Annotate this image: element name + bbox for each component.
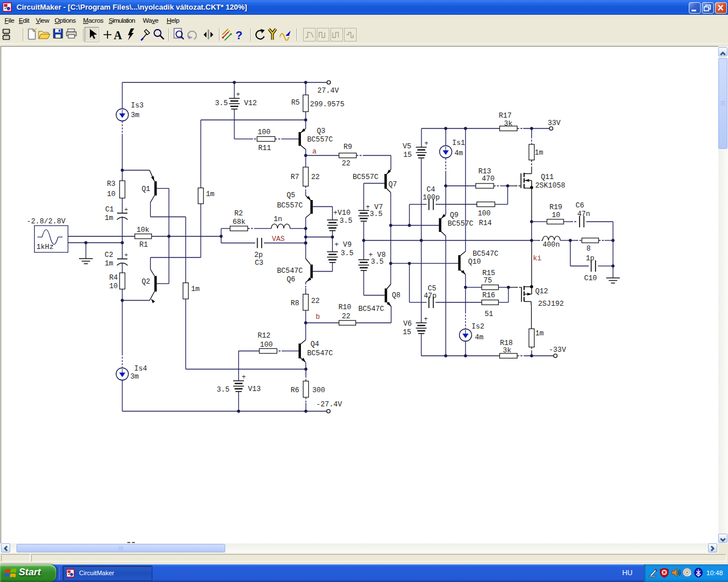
svg-text:100: 100 (260, 341, 273, 349)
svg-text:VAS: VAS (272, 235, 285, 243)
svg-text:22: 22 (311, 297, 320, 305)
svg-text:ki: ki (533, 255, 541, 263)
svg-text:1m: 1m (105, 260, 113, 268)
svg-text:470: 470 (482, 175, 495, 183)
svg-text:1p: 1p (586, 255, 594, 263)
svg-text:R12: R12 (258, 332, 271, 340)
svg-text:2SK1058: 2SK1058 (535, 182, 565, 190)
svg-text:-2.8/2.8V: -2.8/2.8V (27, 218, 65, 226)
svg-text:1m: 1m (105, 214, 113, 222)
svg-text:Is1: Is1 (452, 139, 465, 147)
svg-text:100p: 100p (423, 194, 440, 202)
svg-text:+V10: +V10 (333, 209, 350, 217)
svg-text:1n: 1n (274, 215, 282, 223)
svg-text:R19: R19 (549, 203, 562, 211)
svg-text:BC547C: BC547C (277, 267, 303, 275)
svg-text:2p: 2p (254, 251, 263, 259)
svg-text:3.5: 3.5 (217, 386, 230, 394)
svg-text:Q1: Q1 (142, 185, 150, 193)
svg-text:V13: V13 (248, 385, 261, 393)
svg-text:3.5: 3.5 (340, 217, 353, 225)
svg-text:3m: 3m (130, 373, 139, 381)
svg-text:BC557C: BC557C (277, 202, 303, 210)
svg-text:47n: 47n (577, 210, 590, 218)
svg-text:15: 15 (403, 151, 412, 159)
svg-text:C5: C5 (428, 285, 436, 293)
svg-text:+: + (424, 140, 428, 148)
svg-text:+: + (424, 315, 428, 323)
svg-text:299.9575: 299.9575 (310, 101, 344, 109)
svg-text:R14: R14 (479, 219, 492, 227)
svg-text:C2: C2 (105, 251, 113, 259)
svg-text:Q8: Q8 (392, 292, 400, 300)
svg-text:75: 75 (483, 277, 492, 285)
svg-text:Is3: Is3 (131, 102, 144, 110)
svg-text:Q4: Q4 (311, 340, 319, 348)
svg-text:27.4V: 27.4V (317, 87, 339, 95)
svg-text:4m: 4m (475, 334, 483, 342)
svg-text:15: 15 (403, 329, 411, 336)
svg-text:R11: R11 (258, 144, 271, 152)
svg-text:BC557C: BC557C (448, 220, 474, 228)
svg-text:BC547C: BC547C (307, 350, 333, 357)
svg-text:R1: R1 (139, 241, 148, 249)
svg-text:2SJ192: 2SJ192 (538, 300, 564, 308)
svg-text:V12: V12 (244, 99, 257, 107)
svg-text:1m: 1m (191, 285, 200, 293)
svg-text:BC547C: BC547C (473, 250, 499, 258)
svg-text:3.5: 3.5 (371, 258, 384, 266)
svg-text:BC547C: BC547C (358, 305, 384, 313)
svg-text:51: 51 (485, 310, 493, 318)
svg-text:R7: R7 (291, 173, 299, 181)
svg-text:C10: C10 (584, 275, 597, 282)
svg-text:3k: 3k (503, 347, 511, 355)
svg-text:400n: 400n (543, 241, 560, 249)
svg-text:Q12: Q12 (535, 288, 548, 296)
svg-text:33V: 33V (548, 119, 561, 127)
svg-text:Is2: Is2 (471, 323, 485, 331)
svg-text:100: 100 (478, 210, 491, 218)
svg-text:-27.4V: -27.4V (316, 401, 342, 409)
svg-text:R9: R9 (344, 143, 352, 151)
svg-text:Q5: Q5 (287, 192, 295, 199)
svg-text:4m: 4m (454, 149, 463, 157)
svg-text:22: 22 (342, 313, 350, 321)
svg-text:22: 22 (342, 160, 350, 168)
svg-text:3m: 3m (131, 111, 139, 119)
svg-text:+: + (125, 206, 129, 213)
svg-text:R10: R10 (338, 304, 351, 311)
svg-text:C4: C4 (427, 186, 435, 194)
svg-text:10: 10 (552, 211, 560, 219)
svg-text:Q2: Q2 (142, 278, 150, 286)
svg-text:-33V: -33V (549, 346, 566, 354)
svg-text:R17: R17 (499, 112, 512, 120)
svg-text:R4: R4 (109, 274, 118, 282)
svg-text:47p: 47p (424, 292, 437, 300)
svg-text:C3: C3 (255, 259, 263, 267)
svg-text:10: 10 (109, 282, 118, 290)
svg-text:a: a (312, 148, 317, 156)
svg-text:1m: 1m (206, 190, 214, 198)
svg-text:3.5: 3.5 (215, 99, 228, 107)
svg-text:R6: R6 (291, 386, 299, 394)
svg-text:R8: R8 (291, 300, 299, 307)
svg-text:100: 100 (258, 128, 271, 136)
svg-text:1kHz: 1kHz (36, 243, 53, 251)
svg-text:R3: R3 (107, 180, 115, 188)
svg-text:1m: 1m (535, 149, 543, 157)
svg-text:R5: R5 (291, 99, 300, 107)
svg-text:R16: R16 (482, 292, 495, 300)
svg-text:Q10: Q10 (468, 258, 481, 266)
svg-text:V6: V6 (403, 320, 412, 328)
svg-text:22: 22 (311, 173, 320, 181)
svg-text:68k: 68k (233, 218, 246, 226)
svg-text:+ V9: + V9 (334, 241, 351, 249)
svg-text:Q6: Q6 (287, 276, 295, 284)
svg-text:+: + (236, 91, 240, 99)
svg-text:+: + (242, 373, 246, 381)
svg-text:BC557C: BC557C (307, 136, 333, 144)
svg-text:R2: R2 (234, 210, 243, 218)
svg-text:R18: R18 (500, 339, 513, 347)
svg-text:Q9: Q9 (450, 211, 458, 219)
svg-text:Q11: Q11 (541, 173, 554, 181)
